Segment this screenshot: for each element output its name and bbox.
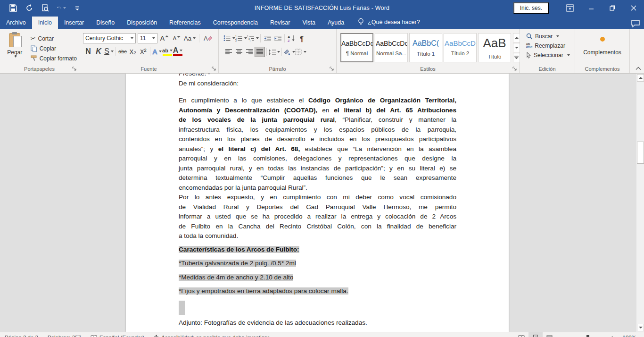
- grow-font-button[interactable]: A: [159, 33, 170, 43]
- tab-diseno[interactable]: Diseño: [90, 17, 121, 29]
- tab-insertar[interactable]: Insertar: [58, 17, 90, 29]
- find-button[interactable]: Buscar: [524, 32, 575, 41]
- clipboard-dialog-launcher[interactable]: [72, 67, 77, 71]
- font-color-button[interactable]: A: [173, 46, 183, 57]
- document-line[interactable]: a toda la comunidad.: [179, 231, 456, 241]
- underline-button[interactable]: S: [104, 46, 114, 57]
- justify-button[interactable]: [255, 47, 265, 57]
- subscript-button[interactable]: x₂: [128, 46, 138, 57]
- addins-button[interactable]: Complementos: [575, 31, 629, 56]
- document-line[interactable]: contenidos en los planes de desarrollo e…: [179, 135, 456, 144]
- minimize-button[interactable]: [580, 0, 602, 16]
- tab-archivo[interactable]: Archivo: [0, 17, 32, 29]
- styles-scroll-up-icon[interactable]: [513, 33, 520, 42]
- document-line[interactable]: Adjunto: Fotografías de evidencia de las…: [179, 318, 456, 328]
- document-line[interactable]: Características de los Arcos de Fulbito:: [179, 245, 456, 255]
- borders-button[interactable]: [295, 47, 306, 57]
- document-line[interactable]: *Medidas de 4m de ancho y 2.10 de alto: [179, 273, 456, 283]
- font-size-combo[interactable]: 11: [138, 33, 157, 43]
- tab-revisar[interactable]: Revisar: [264, 17, 296, 29]
- styles-gallery-more-icon[interactable]: [513, 53, 520, 62]
- style-normalsa[interactable]: AaBbCcDcNormal Sa...: [375, 33, 408, 62]
- style-normal[interactable]: AaBbCcDc¶ Normal: [340, 33, 373, 62]
- word-count[interactable]: Palabras: 357: [43, 335, 86, 337]
- document-line[interactable]: Por lo antes expuesto, y en cumplimiento…: [179, 193, 456, 202]
- document-line[interactable]: *Fijos y empotrados en tierra adaptados …: [179, 286, 456, 296]
- align-center-button[interactable]: [234, 47, 244, 57]
- italic-button[interactable]: K: [93, 46, 104, 57]
- format-painter-button[interactable]: Copiar formato: [29, 54, 79, 63]
- superscript-button[interactable]: x²: [138, 46, 149, 57]
- zoom-level[interactable]: 100%: [618, 335, 644, 337]
- document-line[interactable]: infraestructura física, los equipamiento…: [179, 125, 456, 135]
- bold-button[interactable]: N: [83, 46, 93, 57]
- styles-scroll-down-icon[interactable]: [513, 43, 520, 52]
- document-line[interactable]: *Tubería galvanizada de 2 pulg. /0.5* 2m…: [179, 259, 456, 269]
- show-marks-button[interactable]: ¶: [297, 33, 307, 43]
- document-line[interactable]: parroquial y en las comisiones, delegaci…: [179, 154, 456, 164]
- feedback-icon[interactable]: [631, 20, 640, 27]
- document-line[interactable]: Autonomía y Descentralización (COOTAD), …: [179, 106, 456, 116]
- document-line[interactable]: junta parroquial rural, y en todas las i…: [179, 164, 456, 174]
- document-line[interactable]: de los vocales de la junta parroquial ru…: [179, 115, 456, 125]
- document-line[interactable]: En cumplimiento a lo que establece el Có…: [179, 96, 456, 106]
- clear-formatting-button[interactable]: A: [203, 33, 213, 43]
- tab-ayuda[interactable]: Ayuda: [322, 17, 350, 29]
- accessibility-status[interactable]: Accesibilidad: es posible que deba inves…: [149, 335, 274, 337]
- zoom-slider[interactable]: [561, 336, 614, 337]
- line-spacing-button[interactable]: [268, 47, 280, 57]
- scrollbar-thumb[interactable]: [637, 142, 644, 164]
- align-right-button[interactable]: [244, 47, 255, 57]
- tab-referencias[interactable]: Referencias: [163, 17, 207, 29]
- document-line[interactable]: Presente. -: [179, 74, 456, 79]
- multilevel-list-button[interactable]: 1ai: [247, 33, 259, 43]
- style-titulo2[interactable]: AaBbCcDTítulo 2: [444, 33, 477, 62]
- web-layout-view-icon[interactable]: [543, 332, 557, 337]
- read-mode-view-icon[interactable]: [514, 332, 528, 337]
- document-line[interactable]: de Fulbito en la Cancha del Recinto Cris…: [179, 222, 456, 232]
- tab-disposicion[interactable]: Disposición: [121, 17, 163, 29]
- sort-button[interactable]: AZ: [286, 33, 297, 43]
- cut-button[interactable]: ✂ Cortar: [29, 34, 79, 43]
- restore-button[interactable]: [602, 0, 623, 16]
- bullets-button[interactable]: [223, 33, 235, 43]
- scroll-up-icon[interactable]: [637, 74, 644, 82]
- document-line[interactable]: anuales”; y el literal c) del Art. 68, e…: [179, 144, 456, 154]
- tab-vista[interactable]: Vista: [296, 17, 322, 29]
- copy-button[interactable]: Copiar: [29, 44, 79, 53]
- document-page[interactable]: Presente. -De mi consideración:En cumpli…: [126, 74, 509, 332]
- document-line[interactable]: de Vialidad Rural y Deportes del Gad Par…: [179, 202, 456, 212]
- shading-button[interactable]: [283, 47, 295, 57]
- document-line[interactable]: De mi consideración:: [179, 79, 456, 89]
- tell-me-box[interactable]: ¿Qué desea hacer?: [350, 15, 425, 29]
- close-button[interactable]: [623, 0, 644, 16]
- increase-indent-button[interactable]: [272, 33, 283, 43]
- change-case-button[interactable]: Aa: [184, 33, 196, 43]
- style-titulo[interactable]: AaBTítulo: [478, 33, 511, 62]
- print-layout-view-icon[interactable]: [528, 332, 543, 337]
- collapse-ribbon-icon[interactable]: [636, 67, 641, 70]
- text-effects-button[interactable]: A: [152, 46, 162, 57]
- font-dialog-launcher[interactable]: [212, 67, 216, 71]
- sign-in-button[interactable]: Inic. ses.: [513, 2, 549, 14]
- select-button[interactable]: Seleccionar: [524, 51, 575, 59]
- document-line[interactable]: informar a usted que se ha procedido a r…: [179, 212, 456, 222]
- document-selected-empty-line[interactable]: [179, 301, 185, 315]
- styles-dialog-launcher[interactable]: [512, 67, 517, 71]
- zoom-slider-thumb[interactable]: [586, 335, 589, 337]
- document-line[interactable]: encomendadas por la junta parroquial Rur…: [179, 183, 456, 193]
- scroll-down-icon[interactable]: [637, 324, 644, 331]
- replace-button[interactable]: ab⇄ac Reemplazar: [524, 42, 575, 50]
- style-titulo1[interactable]: AaBbC(Título 1: [409, 33, 442, 62]
- strikethrough-button[interactable]: abc: [117, 46, 128, 57]
- tab-correspondencia[interactable]: Correspondencia: [207, 17, 264, 29]
- tab-inicio[interactable]: Inicio: [32, 17, 58, 29]
- ribbon-display-options-icon[interactable]: [559, 0, 580, 16]
- language-indicator[interactable]: Español (Ecuador): [86, 335, 149, 337]
- paragraph-dialog-launcher[interactable]: [330, 67, 334, 71]
- shrink-font-button[interactable]: A: [172, 33, 182, 43]
- page-indicator[interactable]: Página 2 de 3: [0, 335, 43, 337]
- vertical-scrollbar[interactable]: [636, 74, 644, 332]
- highlight-button[interactable]: ab: [162, 46, 173, 57]
- decrease-indent-button[interactable]: [262, 33, 272, 43]
